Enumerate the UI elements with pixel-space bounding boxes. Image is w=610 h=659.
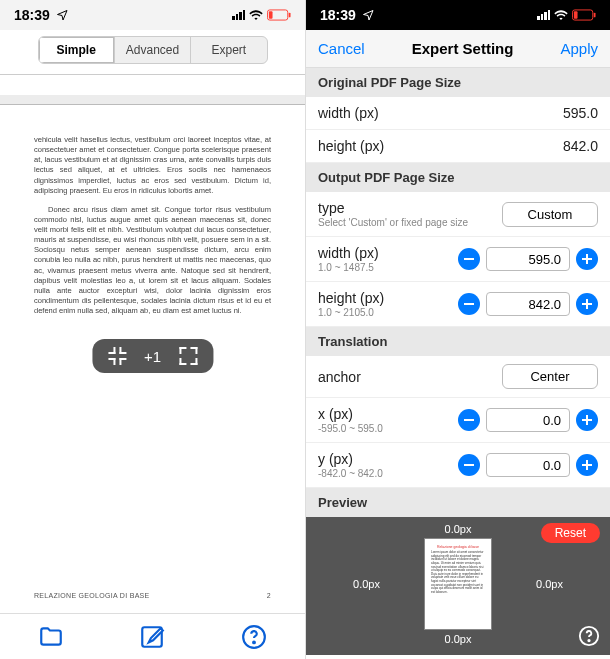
preview-bottom-label: 0.0px [445, 633, 472, 645]
svg-point-5 [253, 641, 255, 643]
label: type Select 'Custom' or fixed page size [318, 200, 468, 228]
left-pane: 18:39 Simple Advanced Expert vehicula ve… [0, 0, 305, 659]
zoom-toast: +1 [92, 339, 213, 373]
settings-scroll[interactable]: Original PDF Page Size width (px) 595.0 … [306, 68, 610, 659]
minus-button[interactable] [458, 248, 480, 270]
svg-rect-12 [464, 303, 474, 305]
hint: 1.0 ~ 2105.0 [318, 307, 384, 318]
section-original: Original PDF Page Size [306, 68, 610, 97]
location-icon [56, 9, 68, 21]
svg-rect-15 [464, 419, 474, 421]
preview-right-label: 0.0px [536, 578, 563, 590]
row-y: y (px) -842.0 ~ 842.0 [306, 443, 610, 488]
svg-rect-18 [464, 464, 474, 466]
hint: -595.0 ~ 595.0 [318, 423, 383, 434]
footer-page-number: 2 [267, 592, 271, 599]
section-preview: Preview [306, 488, 610, 517]
signal-icon [537, 10, 550, 20]
body-text: Donec arcu risus diam amet sit. Congue t… [34, 205, 271, 316]
label: y (px) -842.0 ~ 842.0 [318, 451, 383, 479]
hint: 1.0 ~ 1487.5 [318, 262, 379, 273]
edit-icon[interactable] [139, 624, 165, 650]
label: x (px) -595.0 ~ 595.0 [318, 406, 383, 434]
width-input[interactable] [486, 247, 570, 271]
plus-button[interactable] [576, 409, 598, 431]
tab-expert[interactable]: Expert [191, 37, 266, 63]
label: anchor [318, 369, 361, 385]
folder-icon[interactable] [38, 624, 64, 650]
svg-rect-20 [586, 460, 588, 470]
wifi-icon [249, 10, 263, 20]
help-icon[interactable] [241, 624, 267, 650]
status-bar: 18:39 [0, 0, 305, 30]
x-input[interactable] [486, 408, 570, 432]
svg-rect-14 [586, 299, 588, 309]
hint: -842.0 ~ 842.0 [318, 468, 383, 479]
battery-icon [572, 9, 596, 21]
cancel-button[interactable]: Cancel [318, 40, 365, 57]
tab-simple[interactable]: Simple [39, 37, 115, 63]
label: width (px) 1.0 ~ 1487.5 [318, 245, 379, 273]
row-output-width: width (px) 1.0 ~ 1487.5 [306, 237, 610, 282]
label: width (px) [318, 105, 379, 121]
section-translation: Translation [306, 327, 610, 356]
right-pane: 18:39 Cancel Expert Setting Apply Origin… [305, 0, 610, 659]
row-x: x (px) -595.0 ~ 595.0 [306, 398, 610, 443]
preview-box: Reset 0.0px 0.0px Relazione geologia di … [306, 517, 610, 655]
zoom-out-corners-icon[interactable] [179, 347, 197, 365]
svg-point-22 [588, 640, 589, 641]
nav-bar: Cancel Expert Setting Apply [306, 30, 610, 68]
preview-left-label: 0.0px [353, 578, 380, 590]
plus-button[interactable] [576, 248, 598, 270]
zoom-in-corners-icon[interactable] [108, 347, 126, 365]
footer-title: RELAZIONE GEOLOGIA DI BASE [34, 592, 150, 599]
reset-button[interactable]: Reset [541, 523, 600, 543]
svg-rect-7 [594, 13, 596, 18]
battery-icon [267, 9, 291, 21]
row-anchor: anchor Center [306, 356, 610, 398]
svg-rect-9 [464, 258, 474, 260]
nav-title: Expert Setting [412, 40, 514, 57]
svg-rect-2 [269, 11, 273, 18]
mode-segmented-control: Simple Advanced Expert [0, 30, 305, 75]
toast-text: +1 [144, 348, 161, 365]
row-output-type: type Select 'Custom' or fixed page size … [306, 192, 610, 237]
bottom-toolbar [0, 613, 305, 659]
label: height (px) 1.0 ~ 2105.0 [318, 290, 384, 318]
value: 842.0 [563, 138, 598, 154]
minus-button[interactable] [458, 454, 480, 476]
value: 595.0 [563, 105, 598, 121]
wifi-icon [554, 10, 568, 20]
svg-rect-8 [574, 11, 578, 18]
status-bar: 18:39 [306, 0, 610, 30]
hint: Select 'Custom' or fixed page size [318, 217, 468, 228]
svg-rect-17 [586, 415, 588, 425]
plus-button[interactable] [576, 454, 598, 476]
plus-button[interactable] [576, 293, 598, 315]
preview-top-label: 0.0px [445, 523, 472, 535]
signal-icon [232, 10, 245, 20]
row-output-height: height (px) 1.0 ~ 2105.0 [306, 282, 610, 327]
svg-rect-11 [586, 254, 588, 264]
minus-button[interactable] [458, 409, 480, 431]
type-select[interactable]: Custom [502, 202, 598, 227]
preview-page-thumbnail: Relazione geologia di base Lorem ipsum d… [425, 539, 491, 629]
height-input[interactable] [486, 292, 570, 316]
section-output: Output PDF Page Size [306, 163, 610, 192]
row-original-width: width (px) 595.0 [306, 97, 610, 130]
status-time: 18:39 [320, 7, 356, 23]
document-preview[interactable]: vehicula velit hasellus lectus, vestibul… [0, 75, 305, 613]
minus-button[interactable] [458, 293, 480, 315]
label: height (px) [318, 138, 384, 154]
row-original-height: height (px) 842.0 [306, 130, 610, 163]
location-icon [362, 9, 374, 21]
svg-rect-1 [289, 13, 291, 18]
status-time: 18:39 [14, 7, 50, 23]
help-icon[interactable] [578, 625, 600, 647]
tab-advanced[interactable]: Advanced [115, 37, 191, 63]
anchor-select[interactable]: Center [502, 364, 598, 389]
y-input[interactable] [486, 453, 570, 477]
apply-button[interactable]: Apply [560, 40, 598, 57]
body-text: vehicula velit hasellus lectus, vestibul… [34, 135, 271, 196]
